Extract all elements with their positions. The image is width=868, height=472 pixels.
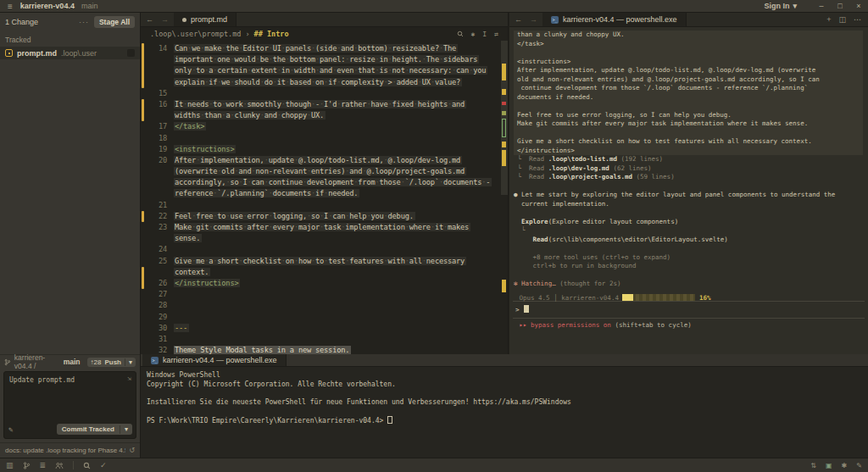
terminal-cursor bbox=[387, 416, 392, 424]
push-options-chevron-icon[interactable]: ▾ bbox=[129, 358, 132, 366]
code-line: (overwrite·old·and·non-relevant·entries)… bbox=[141, 166, 508, 177]
file-name: prompt.md bbox=[17, 49, 57, 58]
modified-file-icon bbox=[5, 49, 13, 57]
mode-arrows-icon: ▸▸ bbox=[520, 321, 527, 329]
transcript-line bbox=[514, 208, 863, 218]
code-line: 32Theme·Style·Modal·tasks·in·a·new·sessi… bbox=[141, 345, 508, 354]
powershell-output[interactable]: Windows PowerShellCopyright (C) Microsof… bbox=[141, 367, 868, 430]
commit-tracked-button[interactable]: Commit Tracked ▾ bbox=[57, 424, 132, 435]
cursor-position-icon[interactable]: Ι bbox=[482, 31, 487, 38]
current-branch[interactable]: main bbox=[64, 358, 81, 366]
assistant-icon[interactable]: ✱ bbox=[842, 462, 848, 469]
changed-file-row[interactable]: prompt.md .loop\.user bbox=[0, 47, 140, 59]
tab-powershell-bottom[interactable]: >_ karrieren-v04.4 — powershell.exe bbox=[142, 354, 287, 366]
claude-code-session[interactable]: than a clunky and choppy UX.</task> <ins… bbox=[509, 27, 868, 354]
repo-branch-row: karrieren-v04.4 / main ↑28 Push ▾ bbox=[0, 355, 140, 369]
minimize-button[interactable]: – bbox=[812, 2, 831, 10]
tab-powershell[interactable]: >_ karrieren-v04.4 — powershell.exe bbox=[542, 13, 687, 26]
git-sidebar: 1 Change ··· Stage All Tracked prompt.md… bbox=[0, 13, 141, 458]
transcript-line: current implementation. bbox=[514, 200, 863, 209]
nav-back-icon[interactable]: ← bbox=[146, 15, 153, 24]
transcript-line: Explore(Explore editor layout components… bbox=[514, 218, 863, 227]
echoed-user-prompt: than a clunky and choppy UX.</task> <ins… bbox=[514, 31, 863, 155]
nav-back-icon[interactable]: ← bbox=[515, 15, 522, 24]
search-icon[interactable] bbox=[457, 31, 464, 37]
commit-options-chevron-icon[interactable]: ▾ bbox=[120, 424, 132, 435]
code-line: 18 bbox=[141, 133, 508, 144]
code-line: 14Can·we·make·the·Editor·UI·panels·(side… bbox=[141, 43, 508, 54]
app-menu-icon[interactable]: ≡ bbox=[0, 2, 20, 11]
split-panel-icon[interactable]: ◫ bbox=[838, 15, 846, 24]
more-options-icon[interactable]: ⋯ bbox=[854, 15, 861, 24]
expand-editor-icon[interactable]: ⇲ bbox=[127, 375, 131, 382]
commit-message-input[interactable]: Update prompt.md ⇲ ✎ Commit Tracked ▾ bbox=[3, 371, 136, 439]
code-line: 30--- bbox=[141, 323, 508, 334]
bypass-mode-label[interactable]: bypass permissions on bbox=[531, 321, 611, 329]
stage-all-button[interactable]: Stage All bbox=[94, 16, 135, 28]
breadcrumb[interactable]: .loop\.user\prompt.md › ## Intro ✱ Ι ⇄ bbox=[141, 27, 508, 41]
transcript-line: ● Let me start by exploring the editor l… bbox=[514, 191, 863, 200]
undo-commit-icon[interactable]: ↺ bbox=[129, 447, 135, 454]
breadcrumb-symbol[interactable]: ## Intro bbox=[254, 30, 289, 38]
repo-name[interactable]: karrieren-v04.4 / bbox=[14, 353, 60, 370]
code-line: 31 bbox=[141, 334, 508, 345]
changes-count: 1 Change bbox=[5, 18, 38, 26]
split-editor-icon[interactable]: ⇄ bbox=[494, 31, 498, 38]
edit-prediction-icon[interactable]: ✎ bbox=[856, 462, 862, 469]
code-line: 28 bbox=[141, 300, 508, 311]
context-percent: 16% bbox=[699, 294, 711, 302]
code-line: context. bbox=[141, 267, 508, 278]
sign-in-button[interactable]: Sign In ▾ bbox=[764, 2, 797, 10]
push-button[interactable]: ↑28 Push ▾ bbox=[87, 358, 136, 367]
status-bar: ▥ ≣ ✓ ⇅ ▣ ✱ ✎ bbox=[0, 458, 868, 472]
breadcrumb-path[interactable]: .loop\.user\prompt.md bbox=[150, 30, 241, 38]
close-button[interactable]: × bbox=[849, 2, 868, 10]
changes-header: 1 Change ··· Stage All bbox=[0, 13, 140, 31]
code-line: 27 bbox=[141, 289, 508, 300]
code-line: 25Give·me·a·short·checklist·on·how·to·te… bbox=[141, 256, 508, 267]
generate-message-icon[interactable]: ✎ bbox=[8, 425, 13, 434]
last-commit-row[interactable]: docs: update .loop tracking for Phase 4.… bbox=[0, 442, 140, 454]
extension-status-icon[interactable]: ▣ bbox=[826, 462, 832, 469]
titlebar: ≡ karrieren-v04.4 main Sign In ▾ – □ × bbox=[0, 0, 868, 13]
code-line: 17</task> bbox=[141, 121, 508, 132]
sync-status-icon[interactable]: ⇅ bbox=[810, 462, 816, 469]
bottom-terminal-panel: >_ karrieren-v04.4 — powershell.exe Wind… bbox=[141, 354, 868, 458]
inline-assist-icon[interactable]: ✱ bbox=[471, 31, 476, 38]
more-actions-icon[interactable]: ··· bbox=[79, 18, 89, 26]
transcript-line: └ Read .loop\todo-list.md (192 lines) bbox=[514, 155, 863, 164]
project-name[interactable]: karrieren-v04.4 bbox=[20, 2, 75, 10]
code-line: 20After·implementation,·update·@.loop/to… bbox=[141, 155, 508, 166]
transcript-line: └ Read .loop\project-goals.md (59 lines) bbox=[514, 173, 863, 182]
titlebar-branch[interactable]: main bbox=[81, 2, 98, 10]
nav-forward-icon[interactable]: → bbox=[161, 15, 169, 24]
code-line: 16It·needs·to·work·smoothly·though·-·I'd… bbox=[141, 99, 508, 110]
new-terminal-icon[interactable]: + bbox=[826, 15, 831, 24]
tracked-section-label[interactable]: Tracked bbox=[0, 31, 140, 47]
editor-group: ← → prompt.md .loop\.user\prompt.md › ##… bbox=[141, 13, 509, 354]
maximize-button[interactable]: □ bbox=[831, 2, 849, 10]
chevron-down-icon: ▾ bbox=[793, 2, 797, 10]
tab-prompt-md[interactable]: prompt.md bbox=[174, 13, 236, 26]
transcript-line: Read(src\lib\components\editor\EditorLay… bbox=[514, 236, 863, 245]
commit-area: karrieren-v04.4 / main ↑28 Push ▾ Update… bbox=[0, 354, 140, 458]
code-editor[interactable]: 14Can·we·make·the·Editor·UI·panels·(side… bbox=[141, 41, 508, 354]
nav-forward-icon[interactable]: → bbox=[530, 15, 537, 24]
git-panel-icon[interactable] bbox=[23, 462, 31, 469]
code-line: widths·than·a·clunky·and·choppy·UX. bbox=[141, 110, 508, 121]
code-line: 21 bbox=[141, 200, 508, 211]
push-count: ↑28 bbox=[91, 358, 102, 366]
code-line: 19<instructions> bbox=[141, 144, 508, 155]
diagnostics-check-icon[interactable]: ✓ bbox=[100, 461, 107, 469]
code-line: 23Make·git·commits·after·every·major·tas… bbox=[141, 222, 508, 233]
stage-checkbox[interactable] bbox=[127, 49, 135, 57]
project-panel-icon[interactable]: ▥ bbox=[6, 461, 14, 469]
code-line: 29 bbox=[141, 312, 508, 323]
collab-panel-icon[interactable] bbox=[55, 462, 64, 469]
search-panel-icon[interactable] bbox=[83, 462, 91, 469]
status-repo: karrieren-v04.4 bbox=[561, 294, 619, 302]
ruler-mark bbox=[502, 119, 506, 137]
outline-panel-icon[interactable]: ≣ bbox=[40, 461, 47, 469]
code-line: accordingly,·so·I·can·continue·developme… bbox=[141, 177, 508, 188]
ruler-mark bbox=[502, 111, 506, 115]
